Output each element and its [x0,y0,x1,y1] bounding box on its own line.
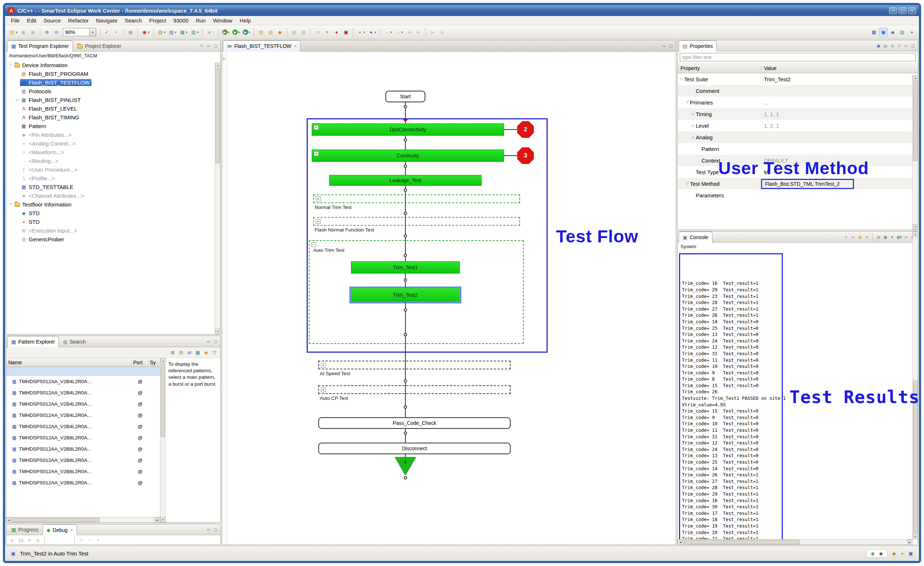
suspend-icon[interactable]: ▮▮ [17,536,25,544]
scroll-track[interactable] [215,68,220,329]
menu-93000[interactable]: 93000 [170,16,192,25]
user-setup-icon[interactable]: ●▾ [356,28,366,37]
load-setup-icon[interactable]: ▥ [266,28,275,37]
horizontal-scrollbar[interactable]: ◀ ▶ [6,517,160,523]
scroll-down-icon[interactable]: ▼ [913,534,918,539]
dropdown-icon[interactable]: ▾ [175,30,177,34]
scroll-right-icon[interactable]: ▶ [907,539,912,545]
flow-node-dpsconnectivity[interactable]: + DpsConnectivity [312,123,504,136]
property-row[interactable]: Pattern [678,143,912,154]
scroll-thumb[interactable] [913,81,918,161]
expander-icon[interactable]: ▷ [15,98,20,102]
validate-icon[interactable]: ✓ [112,28,121,37]
build-check-icon[interactable]: ✓ [103,28,111,37]
new-testsuite-icon[interactable]: ▤▾ [156,28,166,37]
flow-node-pass-code-check[interactable]: Pass_Code_Check [318,417,511,429]
new-wizard-icon[interactable]: ▤▾ [8,28,18,37]
flow-node-leakage-test[interactable]: Leakage_Test [329,175,482,186]
tree-item[interactable]: ▽Testfloor Information [6,200,214,209]
pattern-row[interactable]: ▦TMHDSPS012AA_V2B8L2R0A...@ [6,443,160,455]
filter-icon[interactable]: ◆ [202,349,210,356]
tree-item[interactable]: ƒ<User Procedure...> [6,165,214,174]
dropdown-icon[interactable]: ▾ [238,30,240,34]
close-button[interactable]: × [908,7,916,14]
property-row[interactable]: Parameters [678,189,912,201]
step-filters-icon[interactable]: ≡ [86,536,93,544]
tree-item[interactable]: ▦STD_TESTTABLE [6,183,214,191]
pattern-row[interactable]: ▦TMHDSPS012AA_V2B8L2R0A...@ [6,455,160,466]
property-row[interactable]: Test TypeM [678,166,912,178]
property-row[interactable]: ▽Primaries... [678,96,912,108]
tree-item[interactable]: ≈<Waveform...> [6,148,214,156]
column-port[interactable]: Port [132,359,148,365]
minimize-button[interactable]: ─ [889,7,897,14]
zoom-out-icon[interactable]: ⊖ [52,28,61,37]
resume-icon[interactable]: ▶ [9,536,16,544]
scroll-track[interactable] [683,539,907,545]
console-output[interactable]: Test Results Trim_code= 16 Test_result=1… [678,250,918,539]
expand-icon[interactable]: + [316,219,321,224]
monitor-icon[interactable]: ▣ [342,28,350,37]
expander-icon[interactable]: ▷ [691,112,696,116]
scroll-up-icon[interactable]: ▲ [160,358,166,364]
pattern-row[interactable]: ▦TMHDSPS012AA_V2B4L2R0A...@ [6,421,160,432]
minimize-view-icon[interactable]: ▭ [206,43,212,49]
table-view-icon[interactable]: ▦ [299,28,308,37]
dropdown-icon[interactable]: ▾ [148,30,150,34]
expander-icon[interactable]: ▽ [685,182,690,186]
title-bar[interactable]: A C/C++ - - SmarTest Eclipse Work Center… [5,5,919,16]
remove-launch-icon[interactable]: ▭ [850,234,856,240]
save-icon[interactable]: ▣ [19,28,28,37]
dropdown-icon[interactable]: ▾ [228,30,230,34]
tab-console[interactable]: ▣Console [679,232,712,243]
screenshot-icon[interactable]: ◉▾ [141,28,151,37]
editor-area-icon[interactable]: ▦ [870,28,878,37]
scroll-thumb[interactable] [913,380,918,533]
collapse-all-icon[interactable]: ⊟ [889,43,896,49]
zoom-level-combo[interactable]: 90%▾ [63,28,96,36]
run-icon[interactable]: ▶▾ [231,28,241,37]
pin-console-icon[interactable]: ▣ [882,234,888,240]
horizontal-scrollbar[interactable]: ◀ ▶ [678,539,912,545]
scroll-thumb[interactable] [684,540,800,544]
expand-all-icon[interactable]: ⊞ [169,349,176,356]
maximize-button[interactable]: ▢ [898,7,907,14]
collapse-all-icon[interactable]: ⊟ [177,349,185,356]
flow-group-label[interactable]: Auto CP Test [320,395,348,401]
maximize-view-icon[interactable]: ▢ [212,338,219,345]
column-sys[interactable]: Sy [148,359,160,365]
expand-icon[interactable]: + [316,197,321,201]
maximize-view-icon[interactable]: ▢ [212,526,219,533]
perspective-overflow-icon[interactable]: » [907,28,916,37]
tree-item[interactable]: ■<Channel Attributes...> [6,191,214,200]
perspective-93000-icon[interactable]: ▤ [898,28,907,37]
property-row[interactable]: ContextDEFAULT [678,154,912,166]
expander-icon[interactable]: ▽ [8,63,14,67]
flow-node-disconnect[interactable]: Disconnect [318,443,511,454]
scroll-track[interactable] [160,364,165,517]
coverage-icon[interactable]: ◉ [438,28,446,37]
property-row[interactable]: ▷Level1, 2, 1 [678,120,912,131]
new-pattern-icon[interactable]: ▥▾ [167,28,178,37]
tree-item[interactable]: ▽Device Information [6,61,214,69]
menu-refactor[interactable]: Refactor [64,16,93,25]
tab-search[interactable]: ◎Search [59,336,90,347]
dropdown-icon[interactable]: ▾ [375,30,376,34]
tree-item[interactable]: ◎GenericProber [6,235,214,243]
tree-item[interactable]: ●STD [6,217,214,226]
terminate-icon[interactable]: ■ [26,536,33,544]
menu-file[interactable]: File [7,16,23,25]
word-wrap-icon[interactable]: ≡ [864,234,870,240]
forward-icon[interactable]: →▾ [394,28,404,37]
tab-properties[interactable]: ▤Properties [679,40,717,51]
scroll-thumb[interactable] [216,69,220,163]
vertical-scrollbar[interactable]: ▲ ▼ [160,358,165,523]
debug-icon[interactable]: ▶▾ [221,28,231,37]
terminate-console-icon[interactable]: × [843,234,849,240]
dropdown-icon[interactable]: ▾ [164,30,165,34]
flow-group-flash-normal-function-test[interactable]: + [313,217,520,226]
pattern-row[interactable]: ▦TMHDSPS012AA_V2B4L2R0A...@ [6,410,160,421]
link-editor-icon[interactable]: ⇄ [186,349,193,356]
flow-group-label[interactable]: Auto Trim Test [313,247,344,253]
tab-project-explorer[interactable]: Project Explorer [73,40,126,51]
